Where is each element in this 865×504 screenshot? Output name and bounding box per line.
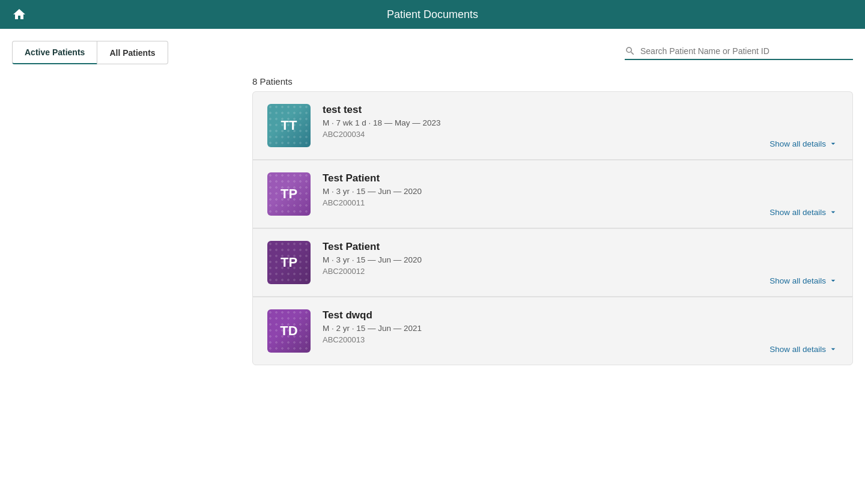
home-icon — [12, 7, 26, 22]
avatar-initials: TP — [281, 186, 297, 202]
show-all-details-button[interactable]: Show all details — [769, 276, 838, 285]
patient-name: Test Patient — [323, 241, 838, 253]
patient-name: Test dwqd — [323, 309, 838, 321]
avatar: TP — [267, 172, 311, 216]
show-all-details-button[interactable]: Show all details — [769, 207, 838, 217]
search-input[interactable] — [640, 46, 853, 56]
patient-list: TT test test M · 7 wk 1 d · 18 — May — 2… — [0, 91, 865, 389]
avatar-initials: TP — [281, 255, 297, 270]
show-all-details-button[interactable]: Show all details — [769, 139, 838, 148]
patient-card: TP Test Patient M · 3 yr · 15 — Jun — 20… — [252, 228, 853, 296]
chevron-down-icon — [828, 344, 838, 354]
home-button[interactable] — [12, 7, 26, 22]
search-icon — [625, 46, 636, 56]
tab-active-patients[interactable]: Active Patients — [12, 41, 97, 64]
page-title: Patient Documents — [387, 8, 478, 21]
patient-info: Test Patient M · 3 yr · 15 — Jun — 2020 … — [323, 241, 838, 276]
patient-info: test test M · 7 wk 1 d · 18 — May — 2023… — [323, 104, 838, 139]
patient-card: TT test test M · 7 wk 1 d · 18 — May — 2… — [252, 91, 853, 159]
patient-meta: M · 2 yr · 15 — Jun — 2021 — [323, 324, 838, 333]
patient-name: test test — [323, 104, 838, 116]
patient-id: ABC200034 — [323, 130, 838, 139]
patient-meta: M · 3 yr · 15 — Jun — 2020 — [323, 255, 838, 264]
tabs-search-row: Active Patients All Patients — [0, 29, 865, 64]
avatar: TT — [267, 104, 311, 147]
avatar-initials: TT — [281, 118, 297, 133]
avatar: TP — [267, 241, 311, 284]
patient-id: ABC200013 — [323, 335, 838, 344]
patient-card: TD Test dwqd M · 2 yr · 15 — Jun — 2021 … — [252, 297, 853, 365]
show-details-label: Show all details — [769, 139, 826, 148]
show-all-details-button[interactable]: Show all details — [769, 344, 838, 354]
tab-all-patients[interactable]: All Patients — [97, 41, 168, 64]
top-bar: Patient Documents — [0, 0, 865, 29]
patient-count: 8 Patients — [0, 64, 865, 91]
patient-card: TP Test Patient M · 3 yr · 15 — Jun — 20… — [252, 160, 853, 228]
chevron-down-icon — [828, 276, 838, 285]
patient-info: Test Patient M · 3 yr · 15 — Jun — 2020 … — [323, 172, 838, 207]
show-details-label: Show all details — [769, 208, 826, 217]
avatar-initials: TD — [280, 323, 297, 339]
chevron-down-icon — [828, 139, 838, 148]
tabs-group: Active Patients All Patients — [12, 41, 168, 64]
patient-meta: M · 3 yr · 15 — Jun — 2020 — [323, 187, 838, 196]
chevron-down-icon — [828, 207, 838, 217]
patient-id: ABC200012 — [323, 267, 838, 276]
patient-name: Test Patient — [323, 172, 838, 184]
search-bar — [625, 46, 853, 60]
patient-meta: M · 7 wk 1 d · 18 — May — 2023 — [323, 118, 838, 127]
show-details-label: Show all details — [769, 276, 826, 285]
patient-info: Test dwqd M · 2 yr · 15 — Jun — 2021 ABC… — [323, 309, 838, 344]
patient-id: ABC200011 — [323, 198, 838, 207]
avatar: TD — [267, 309, 311, 353]
show-details-label: Show all details — [769, 345, 826, 354]
